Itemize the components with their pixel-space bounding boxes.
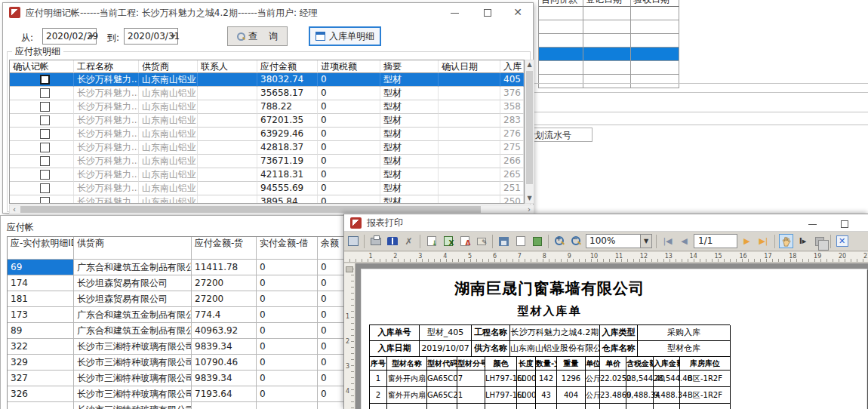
table-row[interactable] bbox=[539, 48, 679, 61]
table-row[interactable]: 174长沙坦森贸易有限公司2720000 bbox=[8, 275, 343, 291]
print-button[interactable] bbox=[368, 234, 383, 248]
table-row[interactable]: 329长沙市三湘特种玻璃有限公司10790.4600 bbox=[8, 355, 343, 371]
table-row[interactable]: 长沙万科魅力...山东南山铝业...73671.190型材266 bbox=[10, 155, 524, 168]
table-row[interactable]: 长沙万科魅力...山东南山铝业...67201.350型材283 bbox=[10, 114, 524, 128]
checkbox[interactable] bbox=[40, 75, 50, 85]
table-row[interactable]: 长沙万科魅力...山东南山铝业...42118.310型材265 bbox=[10, 168, 524, 182]
report-cell bbox=[485, 404, 517, 409]
copy-icon bbox=[815, 237, 824, 246]
report-cell: 9,488.34 bbox=[654, 387, 680, 404]
report-detail-row: 2窗外开内扇GA65C21LH797-1LL600043404公斤23.4860… bbox=[370, 387, 730, 404]
table-row[interactable]: 322长沙市三湘特种玻璃有限公司9839.3400 bbox=[8, 339, 343, 355]
query-button[interactable]: 查 询 bbox=[227, 26, 288, 46]
scroll-up-icon[interactable]: ▲ bbox=[525, 60, 534, 69]
save-report-button[interactable] bbox=[497, 234, 511, 248]
confirm-cell bbox=[10, 114, 74, 128]
copy-page-button[interactable] bbox=[812, 234, 826, 248]
close-button[interactable]: ✕ bbox=[502, 3, 534, 23]
table-row[interactable]: 327长沙市三湘特种玻璃有限公司9839.3400 bbox=[8, 371, 343, 386]
page-corner-marker bbox=[346, 266, 353, 272]
export-pdf-button[interactable]: A bbox=[457, 234, 472, 248]
page-setup-button[interactable] bbox=[385, 234, 399, 248]
table-row[interactable]: 69广东合和建筑五金制品有限公司11411.7800 bbox=[8, 260, 343, 275]
checkbox[interactable] bbox=[40, 143, 50, 152]
open-report-button[interactable] bbox=[513, 234, 528, 248]
checkbox[interactable] bbox=[40, 183, 50, 193]
minimize-button[interactable] bbox=[439, 3, 471, 23]
maximize-button[interactable] bbox=[829, 214, 860, 232]
scrollbar-thumb[interactable] bbox=[526, 71, 533, 184]
scroll-left-icon[interactable]: ‹ bbox=[10, 205, 19, 214]
scroll-right-icon[interactable]: › bbox=[525, 205, 534, 214]
payable-detail-grid: 确认记帐工程名称供货商联系人应付金额进项税额摘要确认日期入库长沙万科魅力...山… bbox=[9, 60, 525, 204]
table-row[interactable]: 长沙万科魅力...山东南山铝业...35658.170型材376 bbox=[10, 87, 524, 100]
zoom-out-button[interactable]: − bbox=[569, 234, 583, 248]
plan-serial-field[interactable]: 计划流水号 bbox=[531, 128, 593, 142]
toggle-sidebar-button[interactable] bbox=[346, 234, 360, 248]
first-page-button[interactable]: |◀ bbox=[660, 234, 675, 248]
table-row[interactable]: 长沙万科魅力...山东南山铝业...63929.460型材276 bbox=[10, 128, 524, 141]
summary-cell: 型材 bbox=[380, 141, 439, 155]
table-row[interactable]: 181长沙坦森贸易有限公司2720000 bbox=[8, 291, 343, 307]
table-row[interactable]: 326长沙市三湘特种玻璃有限公司7193.6400 bbox=[8, 386, 343, 402]
checkbox[interactable] bbox=[40, 197, 50, 204]
prev-page-button[interactable]: ◀ bbox=[677, 234, 691, 248]
table-cell bbox=[583, 34, 631, 48]
checkbox[interactable] bbox=[40, 115, 50, 125]
table-row[interactable]: 长沙万科魅力...山东南山铝业...38032.740型材405 bbox=[10, 73, 524, 87]
table-row[interactable]: 89广东合和建筑五金制品有限公司40963.9200 bbox=[8, 323, 343, 339]
vertical-scrollbar[interactable]: ▲ ▼ bbox=[525, 60, 534, 204]
preview-area[interactable]: 123456 湖南巨晟门窗幕墙有限公司 型材入库单 入库单号型材_405工程名称… bbox=[344, 263, 868, 409]
table-cell bbox=[539, 7, 583, 20]
ruler-number: 1 bbox=[346, 313, 349, 320]
tax-cell: 0 bbox=[318, 87, 380, 100]
table-row[interactable] bbox=[539, 75, 679, 88]
to-date-picker[interactable]: 2020/03/31 bbox=[124, 28, 178, 45]
report-cell bbox=[457, 404, 485, 409]
last-page-button[interactable]: ▶| bbox=[756, 234, 771, 248]
titlebar[interactable]: 报表打印 ✕ bbox=[344, 214, 868, 232]
summary-cell: 型材 bbox=[380, 155, 439, 168]
checkbox[interactable] bbox=[40, 129, 50, 139]
archive-button[interactable] bbox=[530, 234, 544, 248]
table-row[interactable] bbox=[539, 20, 679, 34]
from-date-picker[interactable]: 2020/02/29 bbox=[42, 28, 97, 45]
export-excel-button[interactable]: X bbox=[441, 234, 455, 248]
page-indicator-field[interactable]: 1/1 bbox=[694, 234, 737, 248]
table-row[interactable]: 长沙万科魅力...山东南山铝业...3895.840型材250 bbox=[10, 195, 524, 204]
next-page-button[interactable]: ▶ bbox=[740, 234, 754, 248]
info-label: 仓库名称 bbox=[600, 341, 638, 357]
table-row[interactable]: 长沙万科魅力...山东南山铝业...788.220型材358 bbox=[10, 100, 524, 114]
export-button[interactable]: ↓ bbox=[424, 234, 439, 248]
table-row[interactable] bbox=[539, 61, 679, 75]
minimize-button[interactable] bbox=[797, 214, 829, 232]
scroll-down-icon[interactable]: ▼ bbox=[525, 194, 534, 203]
scrollbar-thumb[interactable] bbox=[20, 206, 481, 213]
export-email-button[interactable]: ✎ bbox=[474, 234, 488, 248]
contact-cell bbox=[198, 114, 257, 128]
report-cell: 窗外开内扇 bbox=[387, 371, 427, 387]
table-row[interactable] bbox=[539, 7, 679, 20]
table-row[interactable]: 173广东合和建筑五金制品有限公司774.400 bbox=[8, 307, 343, 323]
titlebar[interactable]: 应付明细记帐------当前工程: 长沙万科魅力之城4.2期------当前用户… bbox=[3, 3, 533, 23]
ruler-number: 14 bbox=[690, 253, 697, 260]
text-select-tool-button[interactable]: I▸ bbox=[796, 234, 810, 248]
table-row[interactable]: 长沙万科魅力...山东南山铝业...94555.690型材251 bbox=[10, 182, 524, 195]
hand-tool-button[interactable] bbox=[779, 234, 793, 248]
options-button[interactable]: ✗ bbox=[402, 234, 416, 248]
project-cell: 长沙万科魅力... bbox=[74, 128, 139, 141]
zoom-select[interactable]: 100% ▼ bbox=[586, 234, 652, 248]
table-row[interactable]: 长沙市三湘特种玻璃有限公司 bbox=[8, 402, 343, 409]
table-cell: 广东合和建筑五金制品有限公司 bbox=[74, 307, 192, 323]
checkbox[interactable] bbox=[40, 156, 50, 166]
close-preview-button[interactable]: ✕ bbox=[835, 234, 849, 248]
maximize-button[interactable] bbox=[472, 3, 503, 23]
checkbox[interactable] bbox=[40, 102, 50, 112]
zoom-in-button[interactable]: + bbox=[553, 234, 567, 248]
table-row[interactable]: 长沙万科魅力...山东南山铝业...42818.370型材275 bbox=[10, 141, 524, 155]
close-button[interactable]: ✕ bbox=[860, 214, 868, 232]
checkbox[interactable] bbox=[40, 170, 50, 180]
inbound-detail-button[interactable]: 入库单明细 bbox=[309, 26, 381, 46]
table-row[interactable] bbox=[539, 34, 679, 48]
checkbox[interactable] bbox=[40, 88, 50, 98]
